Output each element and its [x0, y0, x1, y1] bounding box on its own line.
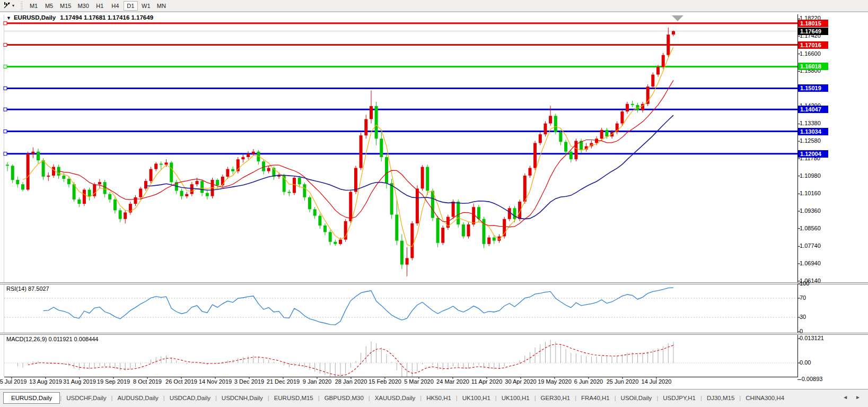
- chart-tab-hk50-h1[interactable]: HK50,H1: [422, 393, 456, 403]
- date-axis-label: 26 Oct 2019: [165, 378, 197, 385]
- chart-tab-gbpusd-m30[interactable]: GBPUSD,M30: [320, 393, 369, 403]
- date-axis-label: 14 Jul 2020: [642, 378, 672, 385]
- macd-values: 0.011921 0.008444: [48, 336, 98, 342]
- price-line-tag: 1.16018: [798, 63, 828, 70]
- price-axis-label: 1.13380: [800, 120, 821, 126]
- macd-name: MACD(12,26,9): [6, 336, 47, 342]
- price-axis-label: 1.10980: [800, 172, 821, 179]
- date-axis-label: 31 Aug 2019: [63, 378, 96, 385]
- price-axis-label: 1.16600: [800, 50, 821, 57]
- rsi-axis-label: 30: [800, 314, 806, 320]
- macd-axis-label: 0.00: [800, 359, 811, 366]
- date-axis-label: 25 Jul 2019: [0, 378, 27, 385]
- symbol-period-label: EURUSD,Daily: [14, 14, 56, 21]
- chart-tab-dj30-m15[interactable]: DJ30,M15: [702, 393, 739, 403]
- line-handle[interactable]: [4, 86, 7, 90]
- date-axis-label: 14 Nov 2019: [199, 378, 232, 385]
- toolbar-grip: [21, 2, 23, 10]
- scroll-tabs-left-icon[interactable]: ◄: [843, 394, 848, 400]
- chart-tab-ger30-h1[interactable]: GER30,H1: [536, 393, 575, 403]
- chart-tab-usoil-daily[interactable]: USOil,Daily: [616, 393, 657, 403]
- timeframe-button-mn[interactable]: MN: [154, 1, 169, 11]
- chart-tab-uk100-h1[interactable]: UK100,H1: [497, 393, 534, 403]
- timeframe-button-m5[interactable]: M5: [42, 1, 56, 11]
- chart-tab-eurusd-daily[interactable]: EURUSD,Daily: [3, 392, 60, 404]
- price-line-tag: 1.15019: [798, 84, 828, 92]
- date-axis-label: 8 Oct 2019: [133, 378, 162, 385]
- timeframe-button-w1[interactable]: W1: [139, 1, 153, 11]
- chart-tab-usdcad-daily[interactable]: USDCAD,Daily: [165, 393, 215, 403]
- timeframe-button-m15[interactable]: M15: [57, 1, 74, 11]
- timeframe-button-h1[interactable]: H1: [93, 1, 107, 11]
- timeframe-buttons: M1M5M15M30H1H4D1W1MN: [26, 1, 169, 11]
- date-axis-label: 25 Jun 2020: [607, 378, 639, 385]
- rsi-axis-label: 100: [800, 280, 809, 287]
- macd-axis-label: 0.013121: [800, 335, 824, 341]
- chart-tab-usdjpy-h1[interactable]: USDJPY,H1: [658, 393, 700, 403]
- line-handle[interactable]: [4, 22, 7, 25]
- timeframe-button-d1[interactable]: D1: [124, 1, 138, 11]
- rsi-pane: [4, 288, 797, 325]
- line-handle[interactable]: [4, 44, 7, 47]
- rsi-indicator-label: RSI(14) 87.5027: [6, 285, 49, 292]
- toolbar: ▾ M1M5M15M30H1H4D1W1MN: [0, 0, 868, 12]
- price-line-tag: 1.17016: [798, 41, 828, 49]
- price-line-tag: 1.12004: [798, 150, 828, 158]
- rsi-name: RSI(14): [6, 285, 27, 292]
- price-line-tag: 1.13034: [798, 128, 828, 135]
- chart-tool-button[interactable]: ▾: [2, 1, 16, 11]
- axis-ticks: [12, 19, 800, 379]
- scroll-tabs-right-icon[interactable]: ►: [855, 394, 861, 400]
- date-axis-label: 19 Sep 2019: [97, 378, 130, 385]
- date-axis-label: 9 Jan 2020: [303, 378, 331, 385]
- price-line-tag: 1.14047: [798, 106, 828, 113]
- chart-tool-icon: [4, 1, 11, 10]
- chart-tab-usdchf-daily[interactable]: USDCHF,Daily: [62, 393, 111, 403]
- chevron-down-icon: ▾: [12, 4, 14, 8]
- timeframe-button-m1[interactable]: M1: [27, 1, 41, 11]
- price-line-tag: 1.18015: [798, 20, 828, 27]
- chart-shift-marker-icon[interactable]: [672, 15, 683, 21]
- chart-tab-usdcnh-daily[interactable]: USDCNH,Daily: [217, 393, 268, 403]
- date-axis-label: 5 Mar 2020: [404, 378, 434, 385]
- chart-tab-audusd-daily[interactable]: AUDUSD,Daily: [112, 393, 163, 403]
- date-axis-label: 19 May 2020: [538, 378, 572, 385]
- chart-tab-bar: EURUSD,Daily|USDCHF,Daily|AUDUSD,Daily|U…: [0, 389, 868, 407]
- line-handle[interactable]: [4, 108, 7, 111]
- price-axis-label: 1.08560: [800, 225, 821, 231]
- chart-tabs: EURUSD,Daily|USDCHF,Daily|AUDUSD,Daily|U…: [3, 391, 789, 405]
- price-axis-label: 1.06940: [800, 260, 821, 266]
- chart-tab-china300-h4[interactable]: CHINA300,H4: [741, 393, 789, 403]
- rsi-value: 87.5027: [28, 285, 49, 292]
- ohlc-readout: 1.17494 1.17681 1.17416 1.17649: [60, 14, 153, 21]
- price-chart-canvas[interactable]: [0, 12, 868, 389]
- current-price-tag: 1.17649: [798, 28, 828, 35]
- rsi-axis-label: 70: [800, 295, 806, 301]
- symbol-dropdown-icon[interactable]: ▼: [6, 15, 11, 21]
- date-axis-label: 6 Jun 2020: [574, 378, 603, 385]
- macd-signal-line: [28, 344, 673, 376]
- date-axis-label: 28 Jan 2020: [335, 378, 367, 385]
- chart-window[interactable]: ▼EURUSD,Daily1.17494 1.17681 1.17416 1.1…: [0, 12, 868, 389]
- timeframe-button-m30[interactable]: M30: [75, 1, 91, 11]
- line-handle[interactable]: [4, 130, 7, 133]
- chart-tab-xauusd-daily[interactable]: XAUUSD,Daily: [370, 393, 420, 403]
- timeframe-button-h4[interactable]: H4: [108, 1, 122, 11]
- price-axis-label: 1.12580: [800, 137, 821, 144]
- date-axis-label: 15 Feb 2020: [369, 378, 401, 385]
- date-axis-label: 30 Apr 2020: [505, 378, 536, 385]
- date-axis-label: 11 Apr 2020: [471, 378, 503, 385]
- date-axis-label: 13 Aug 2019: [29, 378, 62, 385]
- date-axis-label: 21 Dec 2019: [267, 378, 300, 385]
- chart-tab-eurusd-m15[interactable]: EURUSD,M15: [269, 393, 318, 403]
- chart-tab-uk100-h1[interactable]: UK100,H1: [458, 393, 495, 403]
- rsi-axis-label: 0: [800, 328, 803, 334]
- line-handle[interactable]: [4, 65, 7, 68]
- rsi-line: [43, 288, 673, 325]
- line-handle[interactable]: [4, 152, 7, 155]
- macd-pane: [4, 340, 797, 377]
- chart-title: ▼EURUSD,Daily1.17494 1.17681 1.17416 1.1…: [6, 14, 153, 21]
- date-axis-label: 24 Mar 2020: [436, 378, 469, 385]
- date-axis-label: 3 Dec 2019: [234, 378, 264, 385]
- chart-tab-fra40-h1[interactable]: FRA40,H1: [576, 393, 615, 403]
